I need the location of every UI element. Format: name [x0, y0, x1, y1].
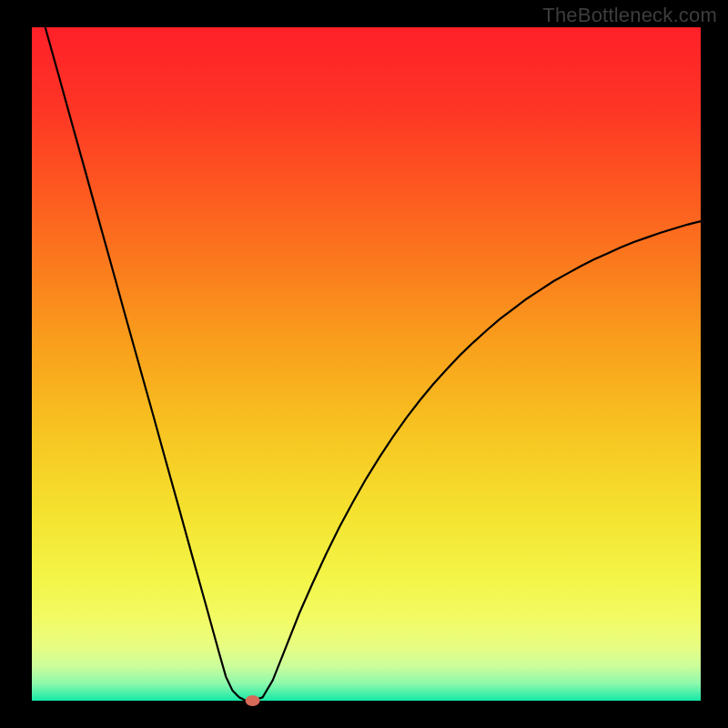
watermark-text: TheBottleneck.com: [542, 4, 717, 27]
chart-svg: [0, 0, 728, 728]
chart-container: TheBottleneck.com: [0, 0, 728, 728]
plot-background: [32, 27, 701, 701]
minimum-marker: [246, 695, 260, 706]
